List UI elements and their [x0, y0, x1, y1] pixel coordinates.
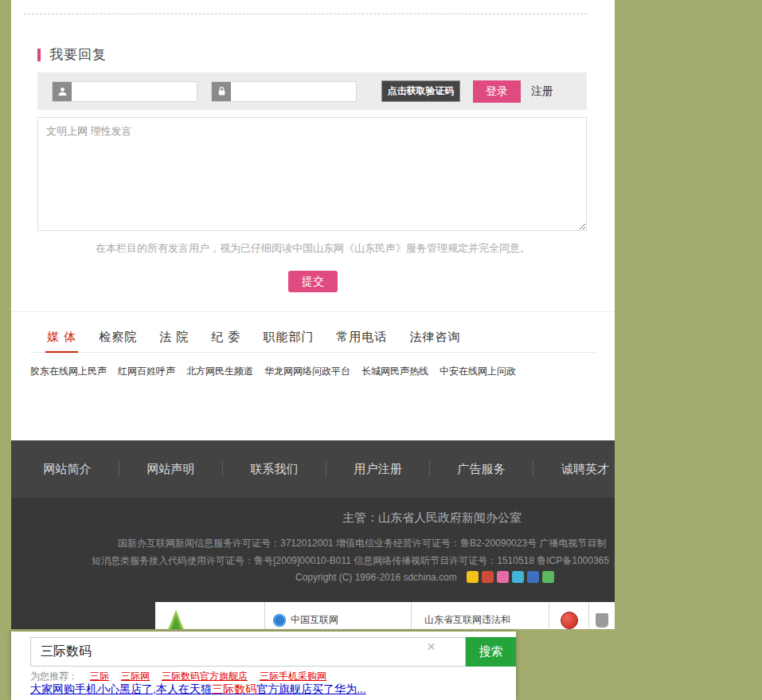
green-leaf-icon	[166, 609, 186, 630]
reply-section-header: 我要回复	[37, 45, 107, 64]
share-icon-5[interactable]	[527, 571, 539, 583]
badge-text: 中国互联网	[291, 613, 338, 627]
password-field	[211, 81, 357, 102]
footer-nav-statement[interactable]: 网站声明	[147, 462, 195, 475]
username-field	[52, 81, 197, 102]
related-link[interactable]: 华龙网网络问政平台	[264, 365, 350, 378]
tab-court[interactable]: 法 院	[158, 323, 190, 353]
badge-text: 山东省互联网违法和	[424, 613, 510, 627]
share-icon-6[interactable]	[542, 571, 554, 583]
tab-media[interactable]: 媒 体	[45, 323, 78, 353]
footer-nav-jobs[interactable]: 诚聘英才	[561, 462, 609, 475]
reply-section-title: 我要回复	[49, 45, 107, 64]
share-icon-3[interactable]	[497, 571, 509, 583]
related-link[interactable]: 中安在线网上问政	[440, 365, 516, 378]
user-icon	[53, 82, 72, 101]
tab-discipline[interactable]: 纪 委	[209, 323, 242, 353]
license-line-2: 短消息类服务接入代码使用许可证号：鲁号[2009]00010-B011 信息网络…	[92, 554, 609, 568]
tab-departments[interactable]: 职能部门	[262, 323, 316, 353]
suggestions-row: 为您推荐： 三际 三际网 三际数码官方旗舰店 三际手机采购网	[30, 670, 326, 683]
globe-icon	[273, 614, 286, 627]
suggestion-link[interactable]: 三际手机采购网	[260, 670, 326, 683]
red-seal-badge[interactable]	[549, 602, 589, 629]
submit-button[interactable]: 提交	[288, 271, 338, 292]
search-button[interactable]: 搜索	[466, 637, 516, 667]
footer-nav: 网站简介 网站声明 联系我们 用户注册 广告服务 诚聘英才	[11, 440, 615, 498]
search-box: 搜索	[30, 637, 516, 667]
section-accent-bar	[37, 49, 41, 61]
certification-badges: 中国互联网 山东省互联网违法和	[155, 602, 615, 629]
red-seal-icon	[561, 612, 578, 629]
footer-nav-register[interactable]: 用户注册	[354, 462, 402, 475]
login-bar: 点击获取验证码 登录 注册	[37, 72, 587, 110]
lock-icon	[212, 82, 231, 101]
shandong-report-badge[interactable]: 山东省互联网违法和	[412, 602, 549, 629]
footer-nav-ads[interactable]: 广告服务	[458, 462, 506, 475]
result-text-highlight: 三际数码	[212, 682, 256, 695]
share-icon-2[interactable]	[482, 571, 494, 583]
search-overlay: 搜索 × 为您推荐： 三际 三际网 三际数码官方旗舰店 三际手机采购网 大家网购…	[11, 632, 516, 700]
suggestion-link[interactable]: 三际	[90, 670, 109, 683]
clear-icon[interactable]: ×	[427, 637, 436, 656]
result-text-post: 官方旗舰店买了华为...	[256, 682, 366, 695]
related-link[interactable]: 胶东在线网上民声	[30, 365, 107, 378]
partial-badge[interactable]	[589, 602, 615, 629]
comment-textarea[interactable]	[37, 117, 587, 231]
dashed-divider	[24, 14, 587, 14]
tab-bar: 媒 体 检察院 法 院 纪 委 职能部门 常用电话 法律咨询	[30, 323, 596, 353]
gray-shield-icon	[596, 613, 608, 628]
related-links: 胶东在线网上民声 红网百姓呼声 北方网民生频道 华龙网网络问政平台 长城网民声热…	[30, 365, 607, 378]
suggestion-link[interactable]: 三际数码官方旗舰店	[162, 670, 248, 683]
tab-legal[interactable]: 法律咨询	[408, 323, 463, 353]
username-input[interactable]	[72, 82, 197, 101]
result-text-pre: 大家网购手机小心黑店了,本人在天猫	[30, 682, 212, 695]
related-link[interactable]: 红网百姓呼声	[118, 365, 175, 378]
password-input[interactable]	[231, 82, 356, 101]
share-icon-4[interactable]	[512, 571, 524, 583]
tab-procuratorate[interactable]: 检察院	[97, 323, 139, 353]
license-line-1: 国新办互联网新闻信息服务许可证号：3712012001 增值电信业务经营许可证号…	[118, 537, 606, 550]
disclaimer-text: 在本栏目的所有发言用户，视为已仔细阅读中国山东网《山东民声》服务管理规定并完全同…	[11, 241, 615, 256]
supervisor-line: 主管：山东省人民政府新闻办公室	[342, 510, 522, 526]
share-icon-1[interactable]	[467, 571, 479, 583]
tab-phones[interactable]: 常用电话	[335, 323, 389, 353]
green-leaf-badge[interactable]	[155, 602, 265, 629]
suggest-label: 为您推荐：	[30, 670, 78, 683]
china-internet-badge[interactable]: 中国互联网	[265, 602, 412, 629]
related-link[interactable]: 北方网民生频道	[186, 365, 253, 378]
copyright-text: Copyright (C) 1996-2016 sdchina.com	[295, 572, 457, 583]
suggestion-link[interactable]: 三际网	[121, 670, 150, 683]
result-link[interactable]: 大家网购手机小心黑店了,本人在天猫三际数码官方旗舰店买了华为...	[30, 682, 366, 697]
register-link[interactable]: 注册	[531, 84, 553, 99]
footer-nav-about[interactable]: 网站简介	[44, 462, 92, 475]
login-button[interactable]: 登录	[473, 80, 521, 103]
site-footer: 网站简介 网站声明 联系我们 用户注册 广告服务 诚聘英才 主管：山东省人民政府…	[11, 440, 615, 629]
captcha-button[interactable]: 点击获取验证码	[381, 80, 460, 102]
copyright-row: Copyright (C) 1996-2016 sdchina.com	[295, 571, 554, 583]
section-divider	[11, 311, 615, 312]
search-input[interactable]	[30, 637, 466, 667]
submit-row: 提交	[11, 271, 615, 292]
footer-nav-contact[interactable]: 联系我们	[251, 462, 299, 475]
page-background: { "page": { "background_color": "#a3ab6e…	[0, 0, 762, 700]
related-link[interactable]: 长城网民声热线	[361, 365, 428, 378]
